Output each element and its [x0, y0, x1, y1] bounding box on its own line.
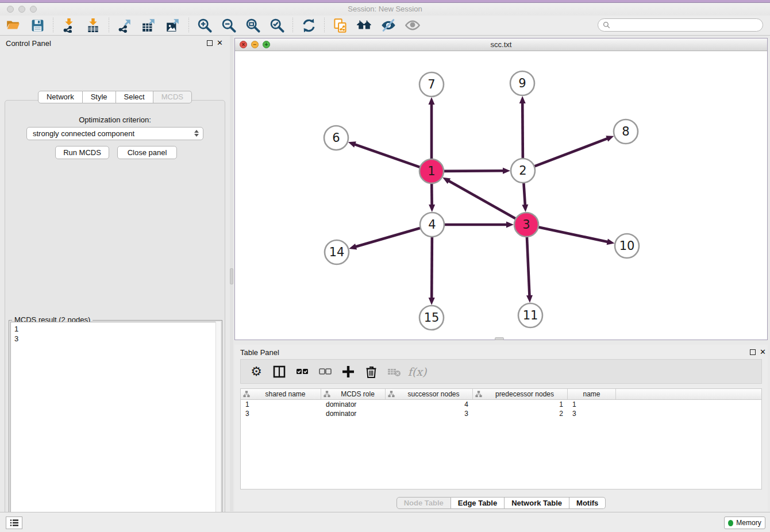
- graph-edge-4-14[interactable]: [355, 228, 421, 247]
- graph-node-label: 9: [518, 76, 526, 90]
- memory-status-icon: [728, 520, 733, 526]
- network-canvas[interactable]: 7968124314101511: [235, 51, 767, 340]
- task-history-button[interactable]: [6, 516, 22, 529]
- graph-node-label: 6: [332, 131, 340, 145]
- tab-node-table[interactable]: Node Table: [396, 497, 451, 509]
- close-panel-icon[interactable]: ✕: [217, 38, 223, 47]
- network-resize-grip[interactable]: [495, 337, 504, 340]
- toolbar-separator: [188, 18, 189, 33]
- function-builder-icon[interactable]: f(x): [409, 363, 426, 380]
- graph-edge-arrowhead: [429, 97, 435, 105]
- dropdown-stepper-icon: [194, 130, 199, 137]
- graph-edge-arrowhead: [429, 205, 435, 212]
- graph-edge-arrowhead: [349, 244, 357, 250]
- zoom-fit-icon[interactable]: [244, 17, 261, 33]
- close-panel-button[interactable]: Close panel: [117, 146, 177, 159]
- zoom-selected-icon[interactable]: [268, 17, 286, 33]
- refresh-layout-icon[interactable]: [300, 17, 317, 33]
- show-columns-icon[interactable]: [271, 363, 288, 380]
- graph-node-label: 15: [424, 311, 440, 325]
- delete-table-icon[interactable]: [386, 363, 403, 380]
- memory-label: Memory: [736, 519, 761, 527]
- table-row[interactable]: 3 dominator 3 2 3: [241, 409, 761, 418]
- search-input[interactable]: [613, 21, 763, 29]
- graph-edge-2-9[interactable]: [522, 102, 523, 159]
- graph-edge-1-2[interactable]: [444, 171, 504, 171]
- open-session-icon[interactable]: [5, 17, 22, 33]
- tab-network-table[interactable]: Network Table: [505, 497, 569, 509]
- graph-edge-2-3[interactable]: [523, 183, 525, 206]
- graph-edge-arrowhead: [503, 168, 510, 174]
- column-header-name[interactable]: name: [568, 389, 616, 399]
- column-type-icon: [475, 391, 482, 398]
- column-header-shared-name[interactable]: shared name: [241, 389, 321, 399]
- column-header-successor-nodes[interactable]: successor nodes: [386, 389, 473, 399]
- graph-node-label: 2: [519, 164, 526, 178]
- graph-edge-arrowhead: [606, 136, 614, 141]
- graph-edge-1-6[interactable]: [354, 144, 420, 167]
- search-field[interactable]: [598, 18, 763, 32]
- import-table-icon[interactable]: [84, 17, 102, 33]
- zoom-in-icon[interactable]: [196, 17, 213, 33]
- network-window-titlebar[interactable]: × − + scc.txt: [235, 38, 767, 51]
- import-network-icon[interactable]: [60, 17, 78, 33]
- show-panels-eye-icon[interactable]: [404, 17, 421, 33]
- toolbar-separator: [109, 18, 109, 33]
- select-all-icon[interactable]: [294, 363, 311, 380]
- mcds-result-groupbox: MCDS result (2 nodes) 1 3: [9, 320, 222, 532]
- table-header-row: shared name MCDS role successor nodes pr…: [241, 389, 761, 400]
- panel-splitter[interactable]: [230, 36, 233, 511]
- close-table-panel-icon[interactable]: ✕: [760, 348, 766, 356]
- export-image-icon[interactable]: [164, 17, 182, 33]
- float-panel-icon[interactable]: [207, 40, 213, 46]
- hide-panels-eye-icon[interactable]: [380, 17, 397, 33]
- home-view-icon[interactable]: [356, 17, 373, 33]
- toolbar-separator: [324, 18, 325, 33]
- mcds-result-text[interactable]: 1 3: [10, 322, 221, 532]
- tab-network[interactable]: Network: [38, 91, 83, 103]
- result-scrollbar[interactable]: [215, 322, 221, 532]
- tab-mcds[interactable]: MCDS: [153, 91, 192, 103]
- column-type-icon: [324, 391, 330, 398]
- column-type-icon: [388, 391, 395, 398]
- graph-edge-2-8[interactable]: [534, 138, 609, 167]
- graph-edge-3-1[interactable]: [448, 180, 516, 218]
- graph-node-label: 10: [619, 239, 635, 253]
- graph-edge-4-15[interactable]: [432, 237, 432, 299]
- zoom-out-icon[interactable]: [220, 17, 237, 33]
- export-network-icon[interactable]: [116, 17, 133, 33]
- add-column-plus-icon[interactable]: [340, 363, 357, 380]
- application-window: Session: New Session: [0, 0, 770, 532]
- criterion-dropdown[interactable]: strongly connected component: [26, 127, 203, 140]
- float-table-panel-icon[interactable]: [750, 349, 756, 355]
- tab-edge-table[interactable]: Edge Table: [451, 497, 505, 509]
- graph-node-label: 1: [428, 164, 435, 178]
- splitter-grip[interactable]: [230, 268, 233, 284]
- control-panel: Control Panel ✕ Network Style Select MCD…: [0, 36, 230, 511]
- column-type-icon: [243, 391, 250, 398]
- delete-column-trash-icon[interactable]: [363, 363, 380, 380]
- table-row[interactable]: 1 dominator 4 1 1: [241, 400, 761, 409]
- network-window-title: scc.txt: [235, 40, 767, 49]
- tab-motifs[interactable]: Motifs: [569, 497, 606, 509]
- graph-edge-3-11[interactable]: [527, 237, 530, 296]
- column-header-mcds-role[interactable]: MCDS role: [321, 389, 386, 399]
- save-session-icon[interactable]: [29, 17, 46, 33]
- titlebar: Session: New Session: [0, 3, 770, 16]
- export-table-icon[interactable]: [140, 17, 157, 33]
- memory-button[interactable]: Memory: [724, 516, 765, 529]
- node-table[interactable]: shared name MCDS role successor nodes pr…: [240, 388, 762, 489]
- graph-edge-3-10[interactable]: [538, 227, 609, 242]
- clone-network-icon[interactable]: [332, 17, 349, 33]
- table-settings-gear-icon[interactable]: ⚙: [248, 363, 265, 380]
- graph-edge-arrowhead: [522, 205, 528, 212]
- tab-select[interactable]: Select: [116, 91, 153, 103]
- tab-style[interactable]: Style: [83, 91, 116, 103]
- run-mcds-button[interactable]: Run MCDS: [55, 146, 109, 159]
- graph-edge-arrowhead: [519, 96, 526, 103]
- window-title: Session: New Session: [0, 5, 770, 13]
- column-header-predecessor-nodes[interactable]: predecessor nodes: [473, 389, 568, 399]
- network-graph[interactable]: 7968124314101511: [235, 51, 767, 340]
- search-icon: [603, 21, 610, 29]
- unselect-all-icon[interactable]: [317, 363, 334, 380]
